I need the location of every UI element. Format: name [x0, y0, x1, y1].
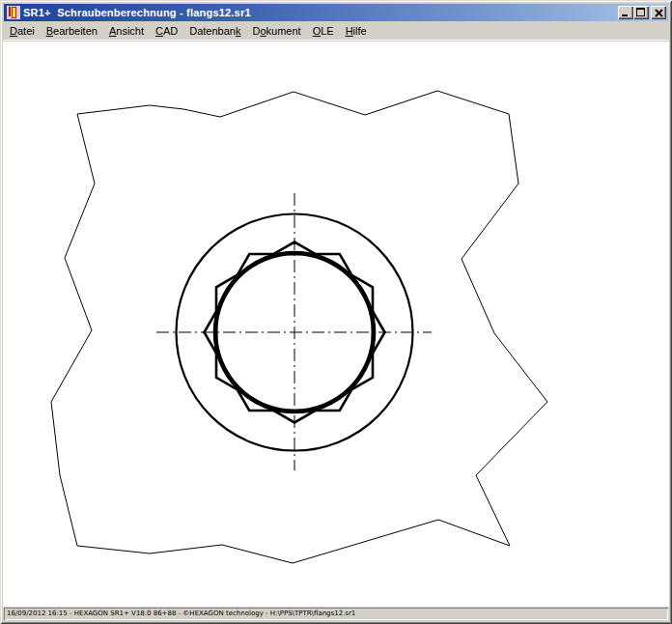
minimize-button[interactable] — [618, 6, 633, 19]
app-icon[interactable] — [7, 6, 20, 19]
drawing-canvas[interactable] — [3, 42, 669, 607]
app-window: SR1+ Schraubenberechnung - flangs12.sr1 … — [0, 0, 672, 624]
menu-item-hilfe[interactable]: Hilfe — [340, 23, 373, 39]
status-bar: 16/09/2012 16:15 - HEXAGON SR1+ V18.0 86… — [3, 607, 669, 621]
close-icon — [655, 9, 663, 17]
maximize-button[interactable] — [633, 6, 649, 19]
cad-drawing — [3, 42, 669, 607]
menu-item-dokument[interactable]: Dokument — [246, 23, 306, 39]
menu-item-datei[interactable]: Datei — [4, 23, 41, 39]
menu-item-ansicht[interactable]: Ansicht — [103, 23, 150, 39]
close-button[interactable] — [651, 6, 666, 19]
window-title: SR1+ Schraubenberechnung - flangs12.sr1 — [23, 7, 251, 18]
menu-item-cad[interactable]: CAD — [150, 23, 183, 39]
title-bar[interactable]: SR1+ Schraubenberechnung - flangs12.sr1 — [4, 4, 668, 21]
menu-bar: DateiBearbeitenAnsichtCADDatenbankDokume… — [4, 22, 668, 41]
minimize-icon — [621, 8, 630, 17]
menu-item-ole[interactable]: OLE — [307, 23, 340, 39]
menu-item-datenbank[interactable]: Datenbank — [183, 23, 246, 39]
break-outline — [51, 91, 547, 563]
app-icon-shape — [9, 7, 11, 16]
window-controls — [618, 6, 666, 19]
maximize-icon — [636, 8, 646, 17]
screw-icon — [12, 7, 16, 18]
menu-item-bearbeiten[interactable]: Bearbeiten — [41, 23, 103, 39]
status-text: 16/09/2012 16:15 - HEXAGON SR1+ V18.0 86… — [4, 608, 668, 620]
